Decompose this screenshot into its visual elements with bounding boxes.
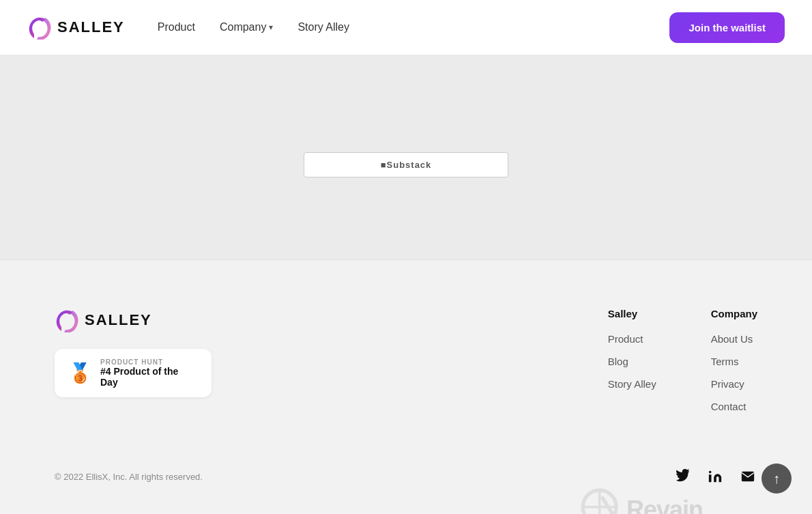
footer-logo: SALLEY <box>55 308 212 332</box>
salley-logo-icon <box>27 15 52 40</box>
footer-link-privacy[interactable]: Privacy <box>711 378 757 390</box>
footer-link-blog[interactable]: Blog <box>608 356 656 367</box>
banner-area: ■Substack <box>0 55 812 177</box>
ph-title: #4 Product of the Day <box>100 366 198 388</box>
scroll-up-icon: ↑ <box>773 471 780 487</box>
join-waitlist-button[interactable]: Join the waitlist <box>669 12 785 43</box>
revain-text: Revain <box>626 496 703 514</box>
chevron-down-icon: ▾ <box>269 23 273 32</box>
linkedin-icon[interactable] <box>706 467 725 486</box>
footer-col-company-title: Company <box>711 308 757 319</box>
svg-point-0 <box>583 490 616 514</box>
revain-watermark-area: Revain <box>55 486 757 514</box>
footer-logo-icon <box>55 308 79 332</box>
navbar-link-product[interactable]: Product <box>158 21 195 33</box>
product-hunt-badge[interactable]: 🥉 PRODUCT HUNT #4 Product of the Day <box>55 349 212 397</box>
footer-link-about[interactable]: About Us <box>711 333 757 345</box>
ph-label: PRODUCT HUNT <box>100 358 198 366</box>
copyright-text: © 2022 EllisX, Inc. All rights reserved. <box>55 472 203 482</box>
email-icon[interactable] <box>738 467 757 486</box>
footer-link-product[interactable]: Product <box>608 333 656 345</box>
banner-spacer <box>0 177 812 259</box>
revain-logo-icon <box>579 486 626 514</box>
ph-text-block: PRODUCT HUNT #4 Product of the Day <box>100 358 198 388</box>
footer-link-story-alley[interactable]: Story Alley <box>608 378 656 390</box>
footer-link-terms[interactable]: Terms <box>711 356 757 367</box>
navbar: SALLEY Product Company ▾ Story Alley Joi… <box>0 0 812 55</box>
substack-embed[interactable]: ■Substack <box>304 152 508 177</box>
navbar-logo-text: SALLEY <box>57 18 125 36</box>
footer-wrapper: SALLEY 🥉 PRODUCT HUNT #4 Product of the … <box>0 260 812 514</box>
navbar-link-story-alley[interactable]: Story Alley <box>298 21 349 33</box>
footer-left: SALLEY 🥉 PRODUCT HUNT #4 Product of the … <box>55 308 212 397</box>
substack-logo: ■Substack <box>381 160 432 170</box>
social-icons <box>673 467 757 486</box>
footer-nav: Salley Product Blog Story Alley Company … <box>608 308 757 412</box>
ph-medal-icon: 🥉 <box>68 362 92 384</box>
footer-col-company: Company About Us Terms Privacy Contact <box>711 308 757 412</box>
footer-logo-text: SALLEY <box>85 311 152 329</box>
scroll-to-top-button[interactable]: ↑ <box>762 463 792 494</box>
twitter-icon[interactable] <box>673 467 692 486</box>
navbar-links: Product Company ▾ Story Alley <box>158 21 349 33</box>
navbar-logo[interactable]: SALLEY <box>27 15 125 40</box>
footer-col-salley: Salley Product Blog Story Alley <box>608 308 656 412</box>
footer-top: SALLEY 🥉 PRODUCT HUNT #4 Product of the … <box>55 308 757 412</box>
footer-bottom: © 2022 EllisX, Inc. All rights reserved. <box>55 453 757 486</box>
navbar-link-company[interactable]: Company ▾ <box>220 21 273 33</box>
footer-col-salley-title: Salley <box>608 308 656 319</box>
footer-link-contact[interactable]: Contact <box>711 401 757 412</box>
